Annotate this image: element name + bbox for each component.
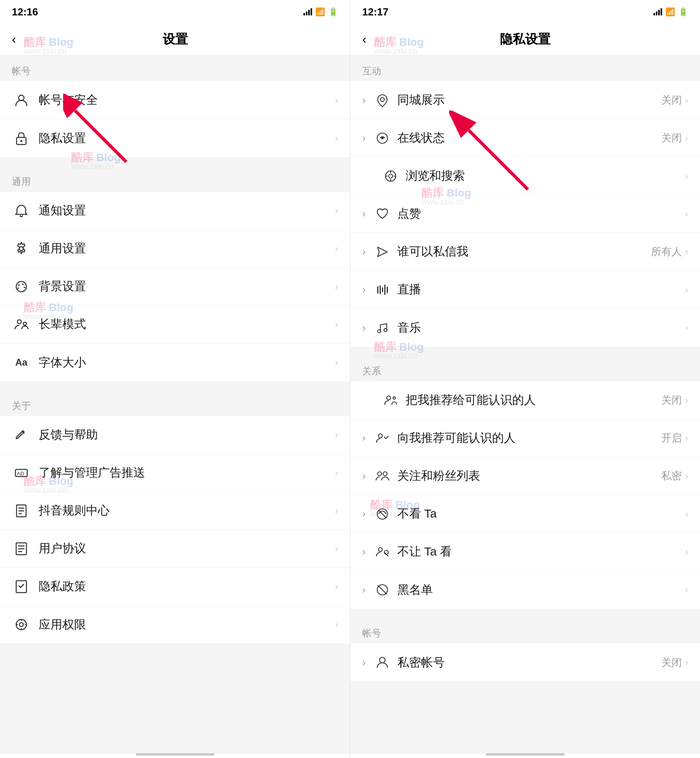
arrow-icon: › (335, 581, 338, 592)
arrow-icon: › (335, 281, 338, 292)
svg-point-58 (380, 657, 385, 663)
svg-point-48 (378, 434, 382, 438)
item-label-account-security: 帐号与安全 (39, 92, 335, 108)
arrow-icon: › (685, 322, 688, 333)
left-panel: 12:16 📶 🔋 ‹ 设置 帐号 (0, 0, 350, 758)
settings-item-user-agreement[interactable]: 用户协议 › (0, 530, 350, 568)
section-header-about: 关于 (0, 390, 350, 416)
left-status-icons: 📶 🔋 (303, 7, 338, 17)
privacy-item-blacklist[interactable]: › 黑名单 › (350, 571, 700, 609)
settings-item-background[interactable]: 背景设置 › (0, 268, 350, 306)
svg-point-6 (22, 283, 24, 285)
privacy-item-local-show[interactable]: › 同城展示 关闭 › (350, 81, 700, 119)
recommend-out-icon (382, 392, 399, 409)
settings-item-general-settings[interactable]: 通用设置 › (0, 230, 350, 268)
settings-item-privacy-policy[interactable]: 隐私政策 › (0, 568, 350, 606)
privacy-item-recommend-out[interactable]: 把我推荐给可能认识的人 关闭 › (350, 381, 700, 419)
privacy-value-follow-fan: 私密 (661, 469, 682, 483)
block-view-icon (374, 505, 391, 523)
settings-item-font-size[interactable]: Aa 字体大小 › (0, 343, 350, 381)
right-status-icons: 📶 🔋 (653, 7, 688, 17)
arrow-icon: › (335, 205, 338, 216)
svg-point-10 (23, 322, 26, 325)
section-header-account: 帐号 (0, 55, 350, 81)
svg-text:AD: AD (17, 471, 24, 477)
privacy-item-follow-fan[interactable]: › 关注和粉丝列表 私密 › (350, 457, 700, 495)
settings-item-feedback[interactable]: 反馈与帮助 › (0, 416, 350, 454)
left-back-button[interactable]: ‹ (12, 32, 16, 47)
left-content: 帐号 帐号与安全 › (0, 55, 350, 754)
privacy-item-message[interactable]: › 谁可以私信我 所有人 › (350, 233, 700, 271)
privacy-item-block-view[interactable]: › 不看 Ta › (350, 495, 700, 533)
privacy-value-recommend-out: 关闭 (661, 393, 682, 407)
arrow-icon: › (335, 319, 338, 330)
right-status-time: 12:17 (362, 6, 389, 18)
item-label-font-size: 字体大小 (39, 355, 335, 371)
svg-point-34 (389, 174, 393, 178)
svg-point-2 (21, 140, 22, 142)
svg-point-30 (380, 98, 384, 101)
browse-icon (382, 167, 399, 185)
privacy-value-private-account: 关闭 (661, 656, 682, 670)
chevron-icon: › (362, 508, 366, 520)
guardian-icon (12, 315, 31, 334)
relation-group: 把我推荐给可能认识的人 关闭 › › 向我推荐可能认识的人 开启 › (350, 381, 700, 609)
arrow-icon: › (335, 357, 338, 368)
privacy-label-browse: 浏览和搜索 (406, 168, 685, 184)
privacy-item-private-account[interactable]: › 私密帐号 关闭 › (350, 644, 700, 681)
item-label-guardian: 长辈模式 (39, 316, 335, 332)
left-page-title: 设置 (163, 31, 188, 48)
item-label-general-settings: 通用设置 (39, 240, 335, 257)
arrow-icon: › (685, 284, 688, 295)
arrow-icon: › (685, 95, 688, 106)
live-icon (374, 281, 391, 298)
privacy-item-music[interactable]: › 音乐 › (350, 309, 700, 347)
svg-point-50 (383, 472, 387, 476)
palette-icon (12, 277, 31, 296)
arrow-icon: › (685, 133, 688, 144)
right-content: 互动 › 同城展示 关闭 › › (350, 55, 700, 754)
section-header-account-right: 帐号 (350, 617, 700, 644)
chevron-icon: › (362, 208, 366, 220)
svg-point-7 (24, 287, 25, 288)
arrow-icon: › (335, 619, 338, 630)
right-status-bar: 12:17 📶 🔋 (350, 0, 700, 24)
wifi-icon: 📶 (315, 7, 325, 17)
svg-point-4 (16, 281, 26, 292)
svg-line-57 (378, 585, 387, 594)
settings-item-guardian[interactable]: 长辈模式 › (0, 306, 350, 343)
privacy-item-recommend-in[interactable]: › 向我推荐可能认识的人 开启 › (350, 419, 700, 457)
arrow-icon: › (335, 133, 338, 144)
privacy-label-recommend-out: 把我推荐给可能认识的人 (406, 392, 661, 408)
arrow-icon: › (335, 430, 338, 441)
lock-icon (12, 129, 31, 148)
blacklist-icon (374, 581, 391, 599)
settings-item-privacy[interactable]: 隐私设置 › (0, 119, 350, 157)
settings-item-rules[interactable]: 抖音规则中心 › (0, 492, 350, 530)
item-label-privacy: 隐私设置 (39, 130, 335, 146)
settings-item-app-perm[interactable]: 应用权限 › (0, 606, 350, 644)
privacy-label-recommend-in: 向我推荐可能认识的人 (397, 430, 661, 446)
settings-item-notification[interactable]: 通知设置 › (0, 192, 350, 230)
arrow-icon: › (685, 508, 688, 520)
privacy-item-like[interactable]: › 点赞 › (350, 195, 700, 233)
chevron-icon: › (362, 657, 366, 669)
right-back-button[interactable]: ‹ (362, 32, 367, 47)
privacy-item-block-see[interactable]: › 不让 Ta 看 › (350, 533, 700, 571)
privacy-item-live[interactable]: › 直播 › (350, 271, 700, 309)
privacy-item-browse[interactable]: 浏览和搜索 › (350, 157, 700, 195)
chevron-icon: › (362, 470, 366, 482)
privacy-label-local-show: 同城展示 (397, 92, 661, 108)
privacy-label-online-status: 在线状态 (397, 130, 661, 146)
settings-item-account-security[interactable]: 帐号与安全 › (0, 81, 350, 119)
privacy-item-online-status[interactable]: › 在线状态 关闭 › (350, 119, 700, 157)
privacy-value-message: 所有人 (651, 245, 682, 259)
settings-item-ads[interactable]: AD 了解与管理广告推送 › (0, 454, 350, 492)
arrow-icon: › (685, 433, 688, 444)
arrow-icon: › (685, 657, 688, 668)
arrow-icon: › (685, 584, 688, 595)
right-panel: 12:17 📶 🔋 ‹ 隐私设置 互动 › (350, 0, 700, 758)
chevron-icon: › (362, 584, 366, 596)
arrow-icon: › (685, 246, 688, 257)
online-status-icon (374, 129, 391, 147)
